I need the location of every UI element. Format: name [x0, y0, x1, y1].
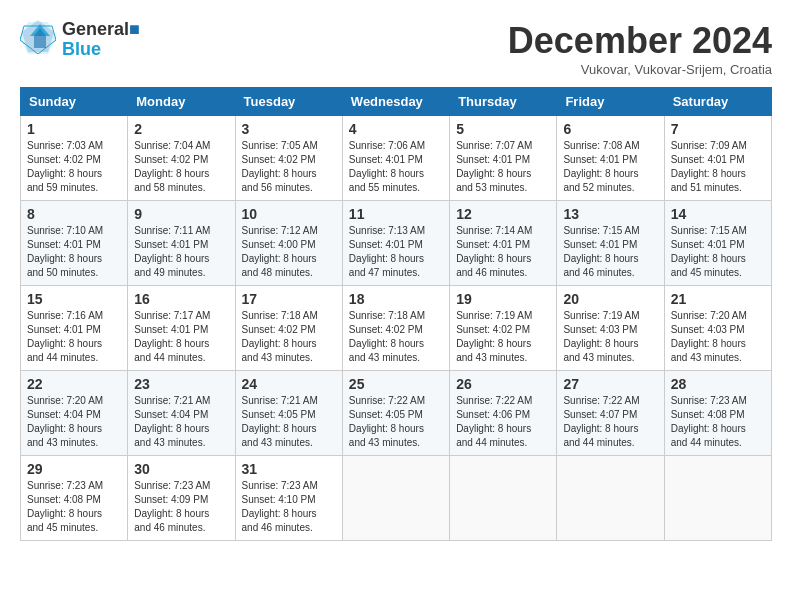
calendar-day-cell: 12Sunrise: 7:14 AM Sunset: 4:01 PM Dayli… [450, 201, 557, 286]
calendar-day-cell: 10Sunrise: 7:12 AM Sunset: 4:00 PM Dayli… [235, 201, 342, 286]
day-number: 24 [242, 376, 336, 392]
calendar-day-cell: 16Sunrise: 7:17 AM Sunset: 4:01 PM Dayli… [128, 286, 235, 371]
empty-cell [664, 456, 771, 541]
day-number: 9 [134, 206, 228, 222]
logo-text-stack: General■ Blue [62, 20, 140, 60]
day-number: 17 [242, 291, 336, 307]
day-number: 10 [242, 206, 336, 222]
calendar-week-row: 22Sunrise: 7:20 AM Sunset: 4:04 PM Dayli… [21, 371, 772, 456]
day-number: 6 [563, 121, 657, 137]
day-number: 2 [134, 121, 228, 137]
calendar-header-row: SundayMondayTuesdayWednesdayThursdayFrid… [21, 88, 772, 116]
day-number: 26 [456, 376, 550, 392]
calendar-day-cell: 26Sunrise: 7:22 AM Sunset: 4:06 PM Dayli… [450, 371, 557, 456]
calendar-day-cell: 5Sunrise: 7:07 AM Sunset: 4:01 PM Daylig… [450, 116, 557, 201]
day-number: 25 [349, 376, 443, 392]
calendar-day-cell: 25Sunrise: 7:22 AM Sunset: 4:05 PM Dayli… [342, 371, 449, 456]
logo: General■ Blue [20, 20, 140, 60]
page-header: General■ Blue December 2024 Vukovar, Vuk… [20, 20, 772, 77]
day-info: Sunrise: 7:11 AM Sunset: 4:01 PM Dayligh… [134, 224, 228, 280]
column-header-friday: Friday [557, 88, 664, 116]
logo-general-text: General■ [62, 20, 140, 40]
calendar-day-cell: 7Sunrise: 7:09 AM Sunset: 4:01 PM Daylig… [664, 116, 771, 201]
day-number: 30 [134, 461, 228, 477]
day-info: Sunrise: 7:18 AM Sunset: 4:02 PM Dayligh… [242, 309, 336, 365]
day-number: 23 [134, 376, 228, 392]
day-number: 19 [456, 291, 550, 307]
calendar-day-cell: 28Sunrise: 7:23 AM Sunset: 4:08 PM Dayli… [664, 371, 771, 456]
column-header-thursday: Thursday [450, 88, 557, 116]
calendar-day-cell: 23Sunrise: 7:21 AM Sunset: 4:04 PM Dayli… [128, 371, 235, 456]
day-number: 1 [27, 121, 121, 137]
day-number: 7 [671, 121, 765, 137]
day-info: Sunrise: 7:23 AM Sunset: 4:09 PM Dayligh… [134, 479, 228, 535]
day-info: Sunrise: 7:20 AM Sunset: 4:04 PM Dayligh… [27, 394, 121, 450]
day-info: Sunrise: 7:15 AM Sunset: 4:01 PM Dayligh… [563, 224, 657, 280]
calendar-week-row: 15Sunrise: 7:16 AM Sunset: 4:01 PM Dayli… [21, 286, 772, 371]
day-info: Sunrise: 7:23 AM Sunset: 4:08 PM Dayligh… [27, 479, 121, 535]
day-info: Sunrise: 7:09 AM Sunset: 4:01 PM Dayligh… [671, 139, 765, 195]
day-info: Sunrise: 7:08 AM Sunset: 4:01 PM Dayligh… [563, 139, 657, 195]
calendar-day-cell: 19Sunrise: 7:19 AM Sunset: 4:02 PM Dayli… [450, 286, 557, 371]
calendar-day-cell: 9Sunrise: 7:11 AM Sunset: 4:01 PM Daylig… [128, 201, 235, 286]
calendar-day-cell: 6Sunrise: 7:08 AM Sunset: 4:01 PM Daylig… [557, 116, 664, 201]
day-info: Sunrise: 7:19 AM Sunset: 4:02 PM Dayligh… [456, 309, 550, 365]
day-info: Sunrise: 7:23 AM Sunset: 4:08 PM Dayligh… [671, 394, 765, 450]
logo-blue-text: Blue [62, 40, 140, 60]
logo-icon-shape [20, 18, 56, 58]
calendar-day-cell: 29Sunrise: 7:23 AM Sunset: 4:08 PM Dayli… [21, 456, 128, 541]
day-number: 28 [671, 376, 765, 392]
column-header-tuesday: Tuesday [235, 88, 342, 116]
month-title: December 2024 [508, 20, 772, 62]
day-info: Sunrise: 7:15 AM Sunset: 4:01 PM Dayligh… [671, 224, 765, 280]
column-header-wednesday: Wednesday [342, 88, 449, 116]
subtitle: Vukovar, Vukovar-Srijem, Croatia [508, 62, 772, 77]
day-number: 31 [242, 461, 336, 477]
calendar-day-cell: 31Sunrise: 7:23 AM Sunset: 4:10 PM Dayli… [235, 456, 342, 541]
day-number: 16 [134, 291, 228, 307]
empty-cell [450, 456, 557, 541]
day-number: 3 [242, 121, 336, 137]
day-number: 22 [27, 376, 121, 392]
day-info: Sunrise: 7:22 AM Sunset: 4:06 PM Dayligh… [456, 394, 550, 450]
day-info: Sunrise: 7:21 AM Sunset: 4:04 PM Dayligh… [134, 394, 228, 450]
calendar-day-cell: 11Sunrise: 7:13 AM Sunset: 4:01 PM Dayli… [342, 201, 449, 286]
day-info: Sunrise: 7:03 AM Sunset: 4:02 PM Dayligh… [27, 139, 121, 195]
title-area: December 2024 Vukovar, Vukovar-Srijem, C… [508, 20, 772, 77]
day-info: Sunrise: 7:23 AM Sunset: 4:10 PM Dayligh… [242, 479, 336, 535]
day-number: 29 [27, 461, 121, 477]
calendar-week-row: 8Sunrise: 7:10 AM Sunset: 4:01 PM Daylig… [21, 201, 772, 286]
day-number: 21 [671, 291, 765, 307]
day-info: Sunrise: 7:19 AM Sunset: 4:03 PM Dayligh… [563, 309, 657, 365]
calendar-day-cell: 27Sunrise: 7:22 AM Sunset: 4:07 PM Dayli… [557, 371, 664, 456]
day-info: Sunrise: 7:10 AM Sunset: 4:01 PM Dayligh… [27, 224, 121, 280]
calendar-day-cell: 8Sunrise: 7:10 AM Sunset: 4:01 PM Daylig… [21, 201, 128, 286]
calendar-day-cell: 30Sunrise: 7:23 AM Sunset: 4:09 PM Dayli… [128, 456, 235, 541]
calendar-day-cell: 17Sunrise: 7:18 AM Sunset: 4:02 PM Dayli… [235, 286, 342, 371]
day-number: 13 [563, 206, 657, 222]
day-info: Sunrise: 7:22 AM Sunset: 4:07 PM Dayligh… [563, 394, 657, 450]
day-number: 12 [456, 206, 550, 222]
calendar-week-row: 1Sunrise: 7:03 AM Sunset: 4:02 PM Daylig… [21, 116, 772, 201]
day-number: 20 [563, 291, 657, 307]
calendar-day-cell: 4Sunrise: 7:06 AM Sunset: 4:01 PM Daylig… [342, 116, 449, 201]
day-info: Sunrise: 7:06 AM Sunset: 4:01 PM Dayligh… [349, 139, 443, 195]
day-number: 4 [349, 121, 443, 137]
day-info: Sunrise: 7:21 AM Sunset: 4:05 PM Dayligh… [242, 394, 336, 450]
calendar-day-cell: 22Sunrise: 7:20 AM Sunset: 4:04 PM Dayli… [21, 371, 128, 456]
day-number: 5 [456, 121, 550, 137]
day-info: Sunrise: 7:17 AM Sunset: 4:01 PM Dayligh… [134, 309, 228, 365]
column-header-monday: Monday [128, 88, 235, 116]
empty-cell [342, 456, 449, 541]
calendar-day-cell: 14Sunrise: 7:15 AM Sunset: 4:01 PM Dayli… [664, 201, 771, 286]
day-info: Sunrise: 7:12 AM Sunset: 4:00 PM Dayligh… [242, 224, 336, 280]
day-info: Sunrise: 7:16 AM Sunset: 4:01 PM Dayligh… [27, 309, 121, 365]
calendar-day-cell: 24Sunrise: 7:21 AM Sunset: 4:05 PM Dayli… [235, 371, 342, 456]
day-number: 8 [27, 206, 121, 222]
calendar-day-cell: 18Sunrise: 7:18 AM Sunset: 4:02 PM Dayli… [342, 286, 449, 371]
day-number: 18 [349, 291, 443, 307]
column-header-sunday: Sunday [21, 88, 128, 116]
day-number: 27 [563, 376, 657, 392]
day-info: Sunrise: 7:18 AM Sunset: 4:02 PM Dayligh… [349, 309, 443, 365]
day-number: 15 [27, 291, 121, 307]
